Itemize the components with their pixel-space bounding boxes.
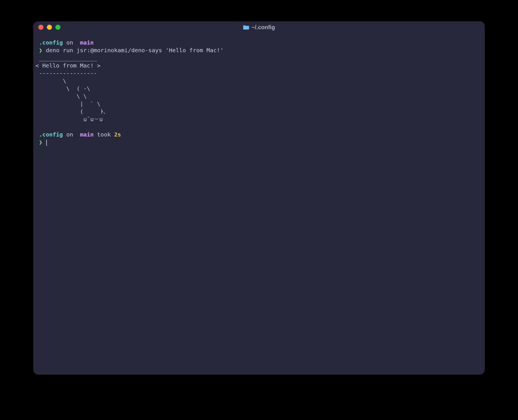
output-line: ----------------- bbox=[35, 70, 97, 77]
minimize-button[interactable] bbox=[47, 25, 52, 30]
prompt-on: on bbox=[66, 131, 73, 138]
output-line: | ` \ bbox=[35, 100, 101, 107]
prompt-chevron: ❯ bbox=[39, 139, 42, 146]
output-line: u¯u︶u bbox=[35, 116, 103, 123]
prompt-path: .config bbox=[39, 131, 63, 138]
folder-icon bbox=[243, 25, 249, 30]
output-line: < Hello from Mac! > bbox=[35, 62, 101, 69]
command-line-2: ❯ bbox=[35, 138, 483, 146]
prompt-chevron: ❯ bbox=[39, 47, 42, 54]
cursor bbox=[46, 140, 47, 146]
window-title-text: ~/.config bbox=[252, 24, 275, 31]
prompt-branch: main bbox=[80, 39, 94, 46]
output-line: _________________ bbox=[35, 54, 97, 61]
prompt-branch: main bbox=[80, 131, 94, 138]
output-line: \ \ bbox=[35, 93, 87, 100]
terminal-body[interactable]: .config on main ❯ deno run jsr:@morinoka… bbox=[33, 33, 485, 375]
terminal-window: ~/.config .config on main ❯ deno run jsr… bbox=[33, 21, 485, 375]
prompt-on: on bbox=[66, 39, 73, 46]
output-line: \ ( ·\ bbox=[35, 85, 90, 92]
prompt-duration: 2s bbox=[114, 131, 121, 138]
output-line: ( ﾄ､ bbox=[35, 108, 106, 115]
title-bar: ~/.config bbox=[33, 21, 485, 33]
output-line: \ bbox=[35, 77, 66, 84]
traffic-lights bbox=[38, 25, 60, 30]
prompt-line-2: .config on main took 2s bbox=[35, 131, 483, 138]
close-button[interactable] bbox=[38, 25, 43, 30]
command-text: deno run jsr:@morinokami/deno-says 'Hell… bbox=[46, 47, 224, 54]
prompt-path: .config bbox=[39, 39, 63, 46]
window-title: ~/.config bbox=[243, 24, 275, 31]
command-line-1: ❯ deno run jsr:@morinokami/deno-says 'He… bbox=[35, 47, 483, 54]
prompt-line-1: .config on main bbox=[35, 39, 483, 47]
prompt-took: took bbox=[97, 131, 111, 138]
maximize-button[interactable] bbox=[55, 25, 60, 30]
